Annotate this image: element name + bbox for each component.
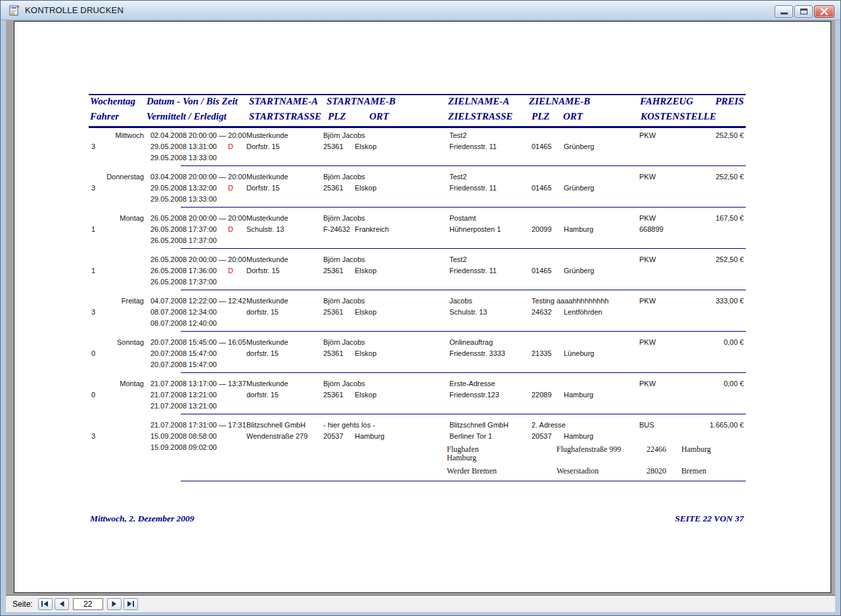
record-zielname-b: 2. Adresse [532,421,566,429]
report-page[interactable]: Wochentag Datum - Von / Bis Zeit STARTNA… [14,21,831,593]
record-startname-b: Björn Jacobs [323,173,365,181]
record-fahrer: 1 [91,225,95,234]
record-ziel-ort: Hamburg [564,225,593,234]
record-zielname-a: Jacobs [449,297,472,305]
record-startname-a: Musterkunde [246,214,288,223]
report-record: Donnerstag 3 03.04.2008 20:00:00 — 20:00… [89,172,746,213]
record-ziel-ort: Lüneburg [564,349,595,358]
record-ziel-ort: Grünberg [564,143,594,151]
record-startname-b: Björn Jacobs [323,214,365,223]
record-zielname-a: Onlineauftrag [449,338,493,347]
previous-page-button[interactable] [55,598,69,610]
page-number-input[interactable] [73,598,103,610]
record-vermittelt: 29.05.2008 13:32:00 [150,184,217,192]
record-startname-a: Musterkunde [246,338,288,347]
column-header-ziel-ort: ORT [563,111,583,122]
record-fahrer: 0 [91,349,95,358]
previous-page-icon [59,601,64,607]
report-record: Freitag 3 04.07.2008 12:22:00 — 12:42 08… [89,296,746,338]
record-ziel-plz: 01465 [532,143,552,151]
record-weekday: Freitag [89,297,144,305]
minimize-icon [781,12,788,14]
record-startstrasse: dorfstr. 15 [246,391,279,399]
record-vermittelt: 20.07.2008 15:47:00 [150,349,217,358]
window-title: KONTROLLE DRUCKEN [25,5,124,15]
stop-strasse: Flughafenstraße 999 [557,445,647,462]
print-preview-area: Wochentag Datum - Von / Bis Zeit STARTNA… [6,20,835,595]
stop-name: Werder Bremen [447,467,509,475]
record-vermittelt: 26.05.2008 17:37:00 [150,225,217,234]
record-vermittelt: 21.07.2008 13:21:00 [150,391,217,399]
column-header-startstrasse: STARTSTRASSE [249,111,321,122]
record-start-ort: Elskop [355,184,376,192]
record-fahrer: 3 [91,143,95,151]
record-fahrer: 0 [91,391,95,399]
app-window: KONTROLLE DRUCKEN Wochentag Datum - Von … [0,0,841,616]
record-start-ort: Elskop [355,349,376,358]
record-flag-d: D [228,143,233,151]
record-von-bis: 20.07.2008 15:45:00 — 16:05 [150,338,246,347]
record-preis: 167,50 € [647,214,744,223]
last-page-button[interactable] [124,598,138,610]
record-separator-rule [181,290,746,290]
record-start-plz: 25361 [323,308,344,317]
restore-button[interactable] [794,5,813,18]
record-separator-rule [181,372,746,373]
record-zielstrasse: Friedensstr.123 [449,391,499,399]
record-start-ort: Elskop [355,143,376,151]
record-start-ort: Frankreich [355,225,389,234]
restore-icon [800,9,807,14]
stop-plz: 28020 [647,467,681,475]
record-separator-rule [181,331,746,332]
record-fahrer: 3 [91,308,95,317]
record-separator-rule [181,165,746,166]
column-header-fahrzeug: FAHRZEUG [640,96,693,107]
record-weekday: Sonntag [89,338,144,347]
record-preis: 252,50 € [647,173,744,181]
record-zielname-a: Postamt [449,214,476,223]
record-start-plz: 25361 [323,267,344,275]
record-startstrasse: Wendenstraße 279 [246,432,307,441]
record-erledigt: 26.05.2008 17:37:00 [150,236,217,245]
record-erledigt: 15.09.2008 09:02:00 [150,443,217,452]
record-start-plz: 25361 [323,184,344,192]
record-start-ort: Hamburg [355,432,384,441]
page-navigation: Seite: [6,595,835,612]
first-page-button[interactable] [38,598,53,610]
window-titlebar[interactable]: KONTROLLE DRUCKEN [1,1,840,20]
stop-ort: Hamburg [681,445,746,462]
record-fahrer: 1 [91,267,95,275]
record-startname-a: Musterkunde [246,173,288,181]
record-fahrer: 3 [91,432,95,441]
report-record: Mittwoch 3 02.04.2008 20:00:00 — 20:00 2… [89,131,746,172]
report-icon [9,5,20,16]
column-header-fahrer: Fahrer [90,111,119,122]
record-flag-d: D [228,267,233,275]
next-page-button[interactable] [107,598,122,610]
record-startname-b: Björn Jacobs [323,297,365,305]
record-vermittelt: 08.07.2008 12:34:00 [150,308,217,317]
report-rows: Mittwoch 3 02.04.2008 20:00:00 — 20:00 2… [89,131,746,487]
record-flag-d: D [228,225,233,234]
column-header-zielname-a: ZIELNAME-A [448,96,509,107]
record-von-bis: 26.05.2008 20:00:00 — 20:00 [150,255,246,264]
column-header-vermittelt: Vermittelt / Erledigt [147,111,227,122]
record-start-plz: 20537 [323,432,344,441]
record-separator-rule [181,414,746,414]
record-ziel-plz: 20099 [532,225,552,234]
close-button[interactable] [814,5,834,18]
record-startstrasse: Schulstr. 13 [246,225,284,234]
record-von-bis: 21.07.2008 13:17:00 — 13:37 [150,380,246,388]
minimize-button[interactable] [775,5,793,18]
record-zielstrasse: Schulstr. 13 [449,308,487,317]
stop-plz: 22466 [647,445,681,462]
record-zielstrasse: Friedensstr. 11 [449,143,497,151]
record-startname-a: Musterkunde [246,255,288,264]
record-ziel-ort: Lentföhrden [564,308,602,317]
record-zielname-a: Erste-Adresse [449,380,495,388]
report-record: Montag 0 21.07.2008 13:17:00 — 13:37 21.… [89,379,746,420]
record-ziel-plz: 20537 [532,432,552,441]
record-vermittelt: 29.05.2008 13:31:00 [150,143,217,151]
record-zielname-a: Test2 [449,255,466,264]
report-table: Wochentag Datum - Von / Bis Zeit STARTNA… [89,94,746,540]
